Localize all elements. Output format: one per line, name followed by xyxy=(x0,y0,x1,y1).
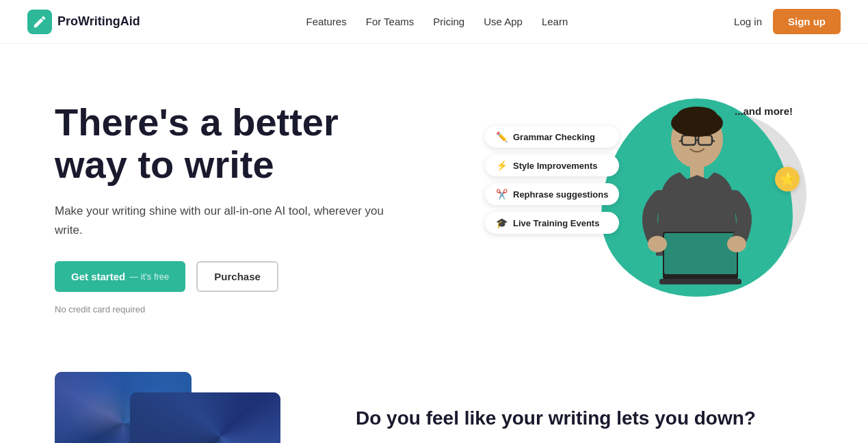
logo-svg xyxy=(32,14,47,29)
nav-for-teams[interactable]: For Teams xyxy=(366,16,415,27)
starry-card-2 xyxy=(130,392,280,443)
get-started-button[interactable]: Get started — it's free xyxy=(55,261,185,292)
starry-swirl-2 xyxy=(130,392,280,443)
nav-learn[interactable]: Learn xyxy=(542,16,568,27)
star-badge: ⭐ xyxy=(775,167,800,191)
pill-rephrase-label: Rephrase suggestions xyxy=(513,189,608,200)
nav-use-app[interactable]: Use App xyxy=(484,16,523,27)
pill-style: ⚡ Style Improvements xyxy=(485,155,619,176)
nav-pricing[interactable]: Pricing xyxy=(433,16,464,27)
signup-button[interactable]: Sign up xyxy=(773,9,841,34)
logo-link[interactable]: ProWritingAid xyxy=(27,10,140,34)
pill-grammar-label: Grammar Checking xyxy=(513,132,595,142)
rephrase-icon: ✂️ xyxy=(496,189,508,200)
section-writing-fear: My idea in my head Do you feel like your… xyxy=(0,358,868,443)
purchase-button[interactable]: Purchase xyxy=(196,261,278,292)
feature-pills: ✏️ Grammar Checking ⚡ Style Improvements… xyxy=(485,126,619,234)
training-icon: 🎓 xyxy=(496,217,508,228)
hero-title-line1: There's a better xyxy=(55,100,339,144)
nav-features[interactable]: Features xyxy=(306,16,347,27)
section2-image: My idea in my head xyxy=(55,372,315,443)
svg-point-7 xyxy=(676,107,718,126)
hero-subtitle: Make your writing shine with our all-in-… xyxy=(55,202,410,239)
logo-text: ProWritingAid xyxy=(57,14,140,29)
pill-rephrase: ✂️ Rephrase suggestions xyxy=(485,183,619,205)
nav-actions: Log in Sign up xyxy=(734,9,841,34)
pill-style-label: Style Improvements xyxy=(513,161,598,171)
grammar-icon: ✏️ xyxy=(496,131,508,142)
hero-content: There's a better way to write Make your … xyxy=(55,101,410,314)
navbar: ProWritingAid Features For Teams Pricing… xyxy=(0,0,868,44)
svg-rect-10 xyxy=(664,233,737,274)
and-more-text: ...and more! xyxy=(735,105,793,117)
svg-point-12 xyxy=(648,236,667,252)
no-card-text: No credit card required xyxy=(55,304,410,314)
free-label: — it's free xyxy=(129,271,169,282)
style-icon: ⚡ xyxy=(496,160,508,171)
person-figure xyxy=(608,85,786,317)
pill-training-label: Live Training Events xyxy=(513,218,599,228)
hero-buttons: Get started — it's free Purchase xyxy=(55,261,410,292)
pill-grammar: ✏️ Grammar Checking xyxy=(485,126,619,148)
hero-section: There's a better way to write Make your … xyxy=(0,44,868,358)
section2-title: Do you feel like your writing lets you d… xyxy=(356,406,813,431)
hero-title: There's a better way to write xyxy=(55,101,410,185)
get-started-label: Get started xyxy=(71,271,125,282)
login-link[interactable]: Log in xyxy=(734,16,762,27)
hero-illustration: ✏️ Grammar Checking ⚡ Style Improvements… xyxy=(485,85,813,331)
section2-content: Do you feel like your writing lets you d… xyxy=(356,406,813,443)
pill-training: 🎓 Live Training Events xyxy=(485,212,619,234)
person-svg xyxy=(622,98,772,317)
nav-links: Features For Teams Pricing Use App Learn xyxy=(306,16,568,28)
svg-rect-11 xyxy=(659,279,741,284)
svg-point-13 xyxy=(727,236,746,252)
logo-icon xyxy=(27,10,52,34)
hero-title-line2: way to write xyxy=(55,143,274,186)
